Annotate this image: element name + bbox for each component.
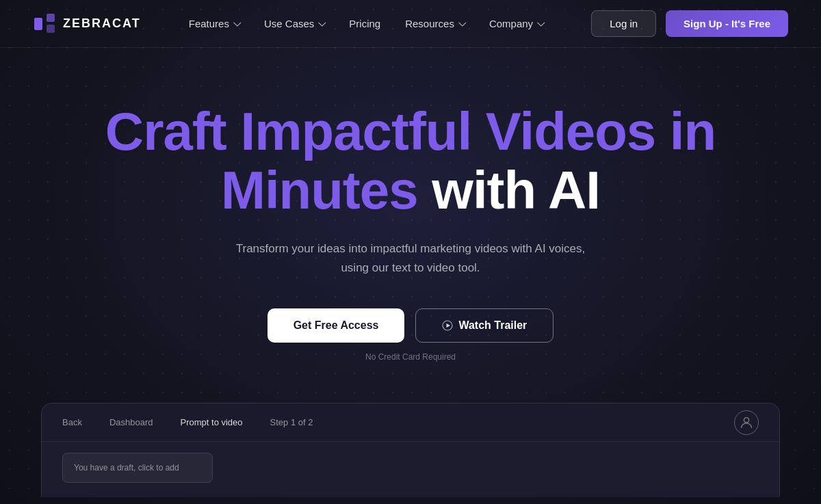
play-icon	[442, 320, 453, 331]
hero-note: No Credit Card Required	[365, 352, 456, 362]
app-back-label: Back	[62, 417, 82, 427]
chevron-down-icon	[536, 22, 543, 26]
get-free-access-button[interactable]: Get Free Access	[268, 308, 405, 343]
avatar	[734, 410, 759, 435]
signup-button[interactable]: Sign Up - It's Free	[666, 10, 788, 37]
hero-title: Craft Impactful Videos in Minutes with A…	[105, 103, 716, 220]
watch-trailer-button[interactable]: Watch Trailer	[415, 308, 553, 343]
svg-rect-2	[47, 25, 55, 33]
brand-name: ZEBRACAT	[63, 16, 141, 31]
app-preview-content: You have a draft, click to add	[42, 442, 779, 497]
user-icon	[739, 415, 754, 430]
hero-buttons: Get Free Access Watch Trailer	[268, 308, 554, 343]
chevron-down-icon	[458, 22, 465, 26]
logo-icon	[33, 12, 56, 36]
nav-links: Features Use Cases Pricing Resources Com…	[189, 18, 543, 29]
nav-pricing[interactable]: Pricing	[349, 18, 380, 29]
login-button[interactable]: Log in	[591, 10, 656, 37]
app-draft-notice: You have a draft, click to add	[62, 453, 213, 483]
app-step-label: Step 1 of 2	[270, 417, 313, 427]
app-preview-bar: Back Dashboard Prompt to video Step 1 of…	[42, 403, 779, 442]
navigation: ZEBRACAT Features Use Cases Pricing Reso…	[0, 0, 821, 48]
app-prompt-label: Prompt to video	[181, 417, 243, 427]
chevron-down-icon	[317, 22, 324, 26]
svg-point-5	[744, 418, 748, 423]
hero-section: Craft Impactful Videos in Minutes with A…	[0, 48, 821, 396]
nav-actions: Log in Sign Up - It's Free	[591, 10, 788, 37]
nav-company[interactable]: Company	[489, 18, 543, 29]
chevron-down-icon	[233, 22, 239, 26]
svg-rect-1	[47, 14, 55, 22]
nav-resources[interactable]: Resources	[405, 18, 465, 29]
app-dashboard-label: Dashboard	[109, 417, 153, 427]
logo-link[interactable]: ZEBRACAT	[33, 12, 141, 36]
hero-subtitle: Transform your ideas into impactful mark…	[233, 239, 588, 279]
svg-marker-4	[447, 323, 451, 328]
nav-use-cases[interactable]: Use Cases	[264, 18, 324, 29]
app-preview: Back Dashboard Prompt to video Step 1 of…	[41, 403, 780, 497]
svg-rect-0	[34, 18, 42, 30]
nav-features[interactable]: Features	[189, 18, 239, 29]
